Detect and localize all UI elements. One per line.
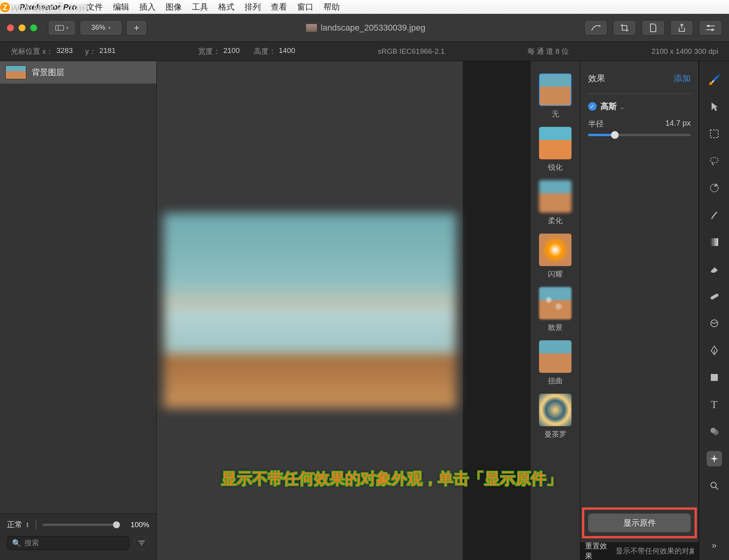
svg-rect-10 <box>710 130 718 138</box>
effect-enabled-checkbox[interactable]: ✓ <box>588 102 597 111</box>
preset-mandala[interactable]: 曼茶罗 <box>539 394 572 439</box>
bitdepth: 每 通 道 8 位 <box>527 46 569 56</box>
menu-edit[interactable]: 编辑 <box>113 2 129 12</box>
layers-search-input[interactable]: 🔍 搜索 <box>7 536 129 550</box>
style-tool[interactable]: 🖌️ <box>707 72 722 87</box>
add-button[interactable]: + <box>126 20 147 36</box>
share-button[interactable] <box>670 20 693 36</box>
zoom-window-button[interactable] <box>30 24 37 31</box>
warp-tool[interactable] <box>707 316 722 331</box>
document-thumb-icon <box>306 24 317 32</box>
window-titlebar: ▾ 36% ▾ + landscape_205330039.jpeg <box>0 14 729 42</box>
show-original-button[interactable]: 显示原件 <box>588 514 691 532</box>
slider-knob[interactable] <box>113 521 120 528</box>
svg-point-11 <box>710 157 718 163</box>
layers-footer: 正常 ▲▼ 100% 🔍 搜索 <box>0 514 156 560</box>
preset-thumb <box>539 180 572 213</box>
marquee-tool[interactable] <box>707 126 722 142</box>
cursor-y: 2181 <box>99 46 116 56</box>
menu-format[interactable]: 格式 <box>218 2 234 12</box>
crop-tool-button[interactable] <box>613 20 636 36</box>
layers-panel: 背景图层 正常 ▲▼ 100% 🔍 搜索 <box>0 61 157 560</box>
preset-thumb <box>539 394 572 426</box>
eraser-tool[interactable] <box>707 261 722 277</box>
effects-tool[interactable] <box>707 451 722 466</box>
preset-thumb <box>539 73 572 106</box>
color-adjust-tool[interactable] <box>707 424 722 439</box>
pointer-tool[interactable] <box>707 99 722 114</box>
width-val: 2100 <box>223 46 240 56</box>
gradient-icon <box>710 237 719 247</box>
search-icon: 🔍 <box>12 539 21 548</box>
curve-icon <box>590 24 601 32</box>
reset-effects-button[interactable]: 重置效果 <box>585 541 611 560</box>
settings-button[interactable] <box>699 20 722 36</box>
chevron-down-icon: ⌄ <box>618 104 625 110</box>
brush-tool[interactable] <box>707 207 722 223</box>
canvas[interactable] <box>157 61 463 560</box>
canvas-image <box>164 213 456 408</box>
zoom-tool[interactable] <box>707 478 722 493</box>
opacity-slider[interactable] <box>43 524 120 526</box>
share-icon <box>678 23 686 32</box>
pen-tool[interactable] <box>707 343 722 358</box>
menu-insert[interactable]: 插入 <box>139 2 156 12</box>
chevron-down-icon: ▾ <box>66 25 68 31</box>
minimize-window-button[interactable] <box>19 24 26 31</box>
layer-row[interactable]: 背景图层 <box>0 61 156 84</box>
chevron-down-icon: ▾ <box>108 25 111 31</box>
svg-rect-16 <box>711 374 718 381</box>
blend-mode-select[interactable]: 正常 ▲▼ <box>7 519 29 530</box>
menu-arrange[interactable]: 排列 <box>245 2 261 12</box>
cursor-y-label: y： <box>85 46 96 56</box>
height-val: 1400 <box>279 46 295 56</box>
preset-thumb <box>539 340 572 373</box>
preset-soften[interactable]: 柔化 <box>539 180 572 226</box>
document-tool-button[interactable] <box>642 20 665 36</box>
preset-bokeh[interactable]: 散景 <box>539 287 572 333</box>
menu-view[interactable]: 查看 <box>271 2 287 12</box>
document-title-text: landscape_205330039.jpeg <box>321 23 425 33</box>
menu-tools[interactable]: 工具 <box>192 2 208 12</box>
color-picker-tool[interactable] <box>707 180 722 196</box>
paintroller-icon: 🖌️ <box>708 74 720 86</box>
preset-shine[interactable]: 闪耀 <box>539 234 572 279</box>
slider-knob[interactable] <box>611 131 619 139</box>
bandage-icon <box>709 291 719 301</box>
gradient-tool[interactable] <box>707 234 722 250</box>
zoom-value: 36% <box>91 24 105 32</box>
info-bar: 光标位置 x： 3283 y： 2181 宽度： 2100 高度： 1400 s… <box>0 42 729 61</box>
effect-gaussian-row[interactable]: ✓ 高斯 ⌄ <box>588 101 691 112</box>
sidebar-toggle-button[interactable]: ▾ <box>48 20 76 36</box>
sparkle-icon <box>709 454 719 464</box>
menu-window[interactable]: 窗口 <box>297 2 313 12</box>
tools-sidebar: 🖌️ T » <box>699 61 729 560</box>
zoom-level-button[interactable]: 36% ▾ <box>80 20 122 36</box>
close-window-button[interactable] <box>7 24 14 31</box>
document-title: landscape_205330039.jpeg <box>147 23 584 33</box>
svg-point-19 <box>711 482 716 488</box>
circles-icon <box>709 427 719 436</box>
menu-file[interactable]: 文件 <box>87 2 103 12</box>
app-name[interactable]: Pixelmator Pro <box>19 2 77 12</box>
layers-filter-button[interactable] <box>134 536 149 550</box>
path-tool-button[interactable] <box>584 20 608 36</box>
text-tool[interactable]: T <box>707 397 722 412</box>
blend-mode-value: 正常 <box>7 519 22 530</box>
add-effect-button[interactable]: 添加 <box>674 73 691 84</box>
shape-tool[interactable] <box>707 370 722 385</box>
show-original-highlight: 显示原件 <box>582 507 697 538</box>
preset-distort[interactable]: 扭曲 <box>539 340 572 386</box>
preset-none[interactable]: 无 <box>539 73 572 119</box>
eraser-icon <box>709 265 719 273</box>
preset-sharpen[interactable]: 锐化 <box>539 127 572 172</box>
lasso-tool[interactable] <box>707 153 722 169</box>
effects-panel: 效果 添加 ✓ 高斯 ⌄ 半径 14.7 px 显示原件 重置效果 显示不带任何… <box>580 61 699 560</box>
more-tools-button[interactable]: » <box>712 541 716 551</box>
menu-image[interactable]: 图像 <box>166 2 182 12</box>
svg-line-20 <box>715 487 718 490</box>
radius-slider[interactable] <box>588 134 691 136</box>
menu-help[interactable]: 帮助 <box>323 2 340 12</box>
cursor-label: 光标位置 x： <box>11 46 53 56</box>
heal-tool[interactable] <box>707 289 722 304</box>
